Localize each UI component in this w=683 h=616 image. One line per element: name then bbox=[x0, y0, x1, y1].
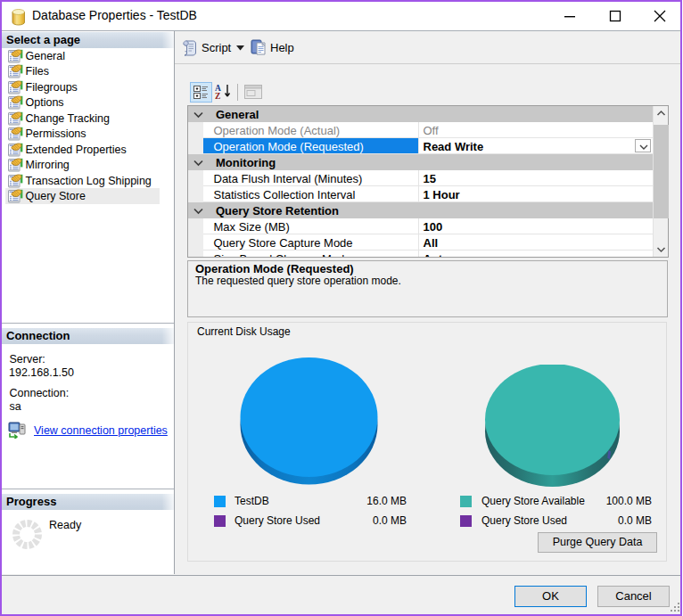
svg-text:Z: Z bbox=[215, 92, 220, 101]
